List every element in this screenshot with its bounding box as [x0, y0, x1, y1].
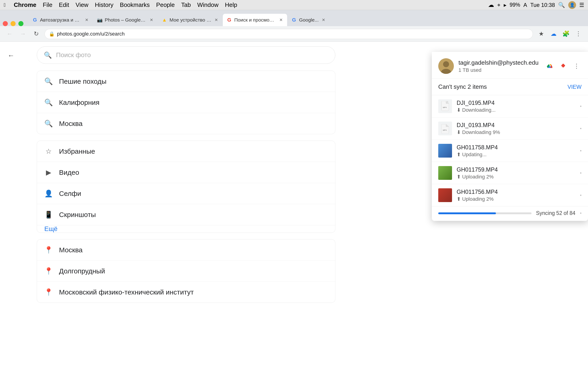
popup-progress-area: Syncing 52 of 84 •	[432, 206, 588, 221]
popup-progress-dot: •	[580, 211, 582, 216]
reload-button[interactable]: ↻	[31, 29, 41, 39]
tab-close-2[interactable]: ✕	[149, 17, 154, 23]
popup-storage-used: 1 TB used	[458, 67, 540, 73]
menu-tab[interactable]: Tab	[181, 1, 191, 8]
drive-icon-button[interactable]	[545, 61, 555, 71]
menu-history[interactable]: History	[95, 1, 113, 8]
search-icon: 🔍	[44, 51, 52, 59]
download-icon-1: ⬇	[457, 107, 461, 113]
popup-header-icons: ⋮	[545, 61, 582, 71]
tab-title-3: Мое устройство MacB...	[170, 17, 211, 23]
menu-help[interactable]: Help	[225, 1, 237, 8]
selfie-icon: 👤	[44, 190, 52, 198]
popup-file-item-4[interactable]: GH011759.MP4 ⬆ Uploading 2% •	[432, 162, 588, 184]
bluetooth-icon[interactable]: ⌖	[497, 2, 501, 8]
system-time: Tue 10:38	[530, 2, 555, 8]
star-icon: ☆	[44, 147, 52, 155]
tab-autoupload[interactable]: G Автозагрузка и синхр... ✕	[28, 14, 93, 26]
category-hiking[interactable]: 🔍 Пешие походы	[37, 71, 335, 92]
upload-icon-5: ⬆	[457, 196, 461, 202]
keyboard-icon[interactable]: A	[523, 2, 527, 8]
popup-file-item-2[interactable]: MP4 DJI_0193.MP4 ⬇ Downloading 9% •	[432, 117, 588, 140]
apple-logo-icon[interactable]: 	[4, 2, 6, 8]
search-input-box[interactable]: 🔍 Поиск фото	[37, 46, 335, 64]
menu-edit[interactable]: Edit	[59, 1, 69, 8]
toolbar-right: ★ ☁ 🧩 ⋮	[536, 29, 583, 39]
tab-favicon-5: G	[291, 17, 297, 23]
popup-file-list: MP4 DJI_0195.MP4 ⬇ Downloading... • MP4	[432, 95, 588, 206]
chrome-menu-button[interactable]: ⋮	[573, 29, 583, 39]
category-screenshots[interactable]: 📱 Скриншоты	[37, 204, 335, 225]
menu-icon[interactable]: ☰	[579, 2, 584, 8]
place-dolgoprudny-label: Долгопрудный	[59, 267, 105, 275]
back-button[interactable]: ←	[5, 29, 15, 39]
tab-close-3[interactable]: ✕	[214, 17, 219, 23]
popup-file-dot-2: •	[580, 126, 582, 131]
category-favorites[interactable]: ☆ Избранные	[37, 141, 335, 162]
tab-close-1[interactable]: ✕	[84, 17, 89, 23]
popup-sync-count: Syncing 52 of 84	[536, 210, 575, 216]
spotlight-search-icon[interactable]: 🔍	[558, 2, 565, 8]
user-avatar-icon[interactable]: 👤	[568, 1, 576, 9]
user-avatar	[438, 58, 454, 74]
forward-button[interactable]: →	[18, 29, 28, 39]
svg-text:MP4: MP4	[443, 106, 447, 108]
maximize-window-button[interactable]	[18, 21, 23, 26]
category-moscow[interactable]: 🔍 Москва	[37, 113, 335, 134]
tab-favicon-4: G	[226, 17, 232, 23]
menu-view[interactable]: View	[76, 1, 88, 8]
upload-icon-3: ⬆	[457, 152, 461, 158]
search-california-icon: 🔍	[44, 98, 52, 106]
menu-file[interactable]: File	[43, 1, 52, 8]
popup-file-info-4: GH011759.MP4 ⬆ Uploading 2%	[457, 166, 575, 180]
tab-photos[interactable]: 📷 Photos – Google Photo... ✕	[93, 14, 157, 26]
category-selfies[interactable]: 👤 Селфи	[37, 183, 335, 204]
popup-file-name-3: GH011758.MP4	[457, 144, 575, 151]
place-dolgoprudny[interactable]: 📍 Долгопрудный	[37, 261, 335, 282]
drive-sync-popup: tagir.gadelshin@phystech.edu 1 TB used	[432, 52, 588, 221]
menubar:  Chrome File Edit View History Bookmark…	[0, 0, 588, 10]
page-back-button[interactable]: ←	[5, 49, 17, 62]
category-selfies-label: Селфи	[59, 190, 81, 198]
category-favorites-label: Избранные	[59, 148, 95, 155]
bookmarks-button[interactable]: ★	[536, 29, 546, 39]
close-window-button[interactable]	[3, 21, 8, 26]
main-content: ← 🔍 Поиск фото 🔍 Пешие походы 🔍 Калифорн…	[0, 42, 588, 367]
tab-google[interactable]: G Google... ✕	[288, 14, 330, 26]
popup-file-dot-5: •	[580, 193, 582, 198]
tab-search[interactable]: G Поиск и просмотр – G ✕	[223, 14, 287, 26]
menu-chrome[interactable]: Chrome	[14, 1, 36, 8]
popup-file-item-5[interactable]: GH011756.MP4 ⬆ Uploading 2% •	[432, 184, 588, 206]
more-link[interactable]: Ещё	[37, 221, 65, 233]
drive-extension-button[interactable]: ☁	[548, 29, 559, 39]
download-icon-2: ⬇	[457, 129, 461, 135]
photos-icon-button[interactable]	[558, 61, 568, 71]
tab-close-5[interactable]: ✕	[321, 17, 326, 23]
menu-people[interactable]: People	[156, 1, 175, 8]
category-california[interactable]: 🔍 Калифорния	[37, 92, 335, 113]
popup-more-options-button[interactable]: ⋮	[571, 61, 582, 71]
tab-my-device[interactable]: ▲ Мое устройство MacB... ✕	[158, 14, 222, 26]
progress-bar-fill	[438, 212, 496, 214]
place-moscow[interactable]: 📍 Москва	[37, 240, 335, 261]
drive-cloud-icon[interactable]: ☁	[488, 1, 494, 8]
popup-file-item-1[interactable]: MP4 DJI_0195.MP4 ⬇ Downloading... •	[432, 95, 588, 117]
progress-bar-track	[438, 212, 531, 214]
location-dolgoprudny-icon: 📍	[44, 267, 52, 275]
tab-close-4[interactable]: ✕	[278, 17, 284, 23]
popup-file-thumb-2: MP4	[438, 122, 452, 135]
extensions-button[interactable]: 🧩	[561, 29, 571, 39]
popup-view-button[interactable]: VIEW	[568, 84, 582, 90]
popup-file-name-5: GH011756.MP4	[457, 189, 575, 195]
tab-favicon-1: G	[32, 17, 38, 23]
menu-bookmarks[interactable]: Bookmarks	[120, 1, 150, 8]
menu-window[interactable]: Window	[197, 1, 218, 8]
popup-file-item-3[interactable]: GH011758.MP4 ⬆ Updating... •	[432, 140, 588, 162]
wifi-icon[interactable]: ▸	[504, 2, 506, 8]
minimize-window-button[interactable]	[10, 21, 16, 26]
category-videos[interactable]: ▶ Видео	[37, 162, 335, 183]
address-bar[interactable]: 🔒 photos.google.com/u/2/search	[44, 29, 533, 39]
traffic-lights	[3, 21, 23, 26]
place-mipt[interactable]: 📍 Московский физико-технический институт	[37, 282, 335, 302]
place-mipt-label: Московский физико-технический институт	[59, 288, 194, 296]
